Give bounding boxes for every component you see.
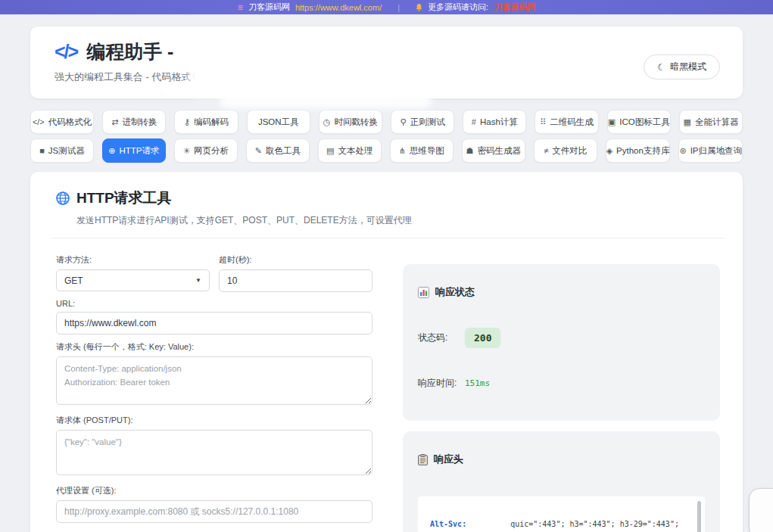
- search-icon: ⚲: [401, 117, 407, 127]
- tool-btn-python-lib[interactable]: ◈Python支持库: [606, 138, 671, 163]
- tool-label: 正则测试: [410, 117, 445, 128]
- response-status-panel: 响应状态 状态码: 200 响应时间: 151ms: [403, 264, 720, 421]
- bell-icon: [416, 4, 422, 11]
- code-format-icon: </>: [33, 117, 45, 126]
- tool-label: 二维码生成: [550, 117, 594, 128]
- tool-label: 取色工具: [266, 145, 301, 157]
- image-icon: ▣: [608, 117, 616, 127]
- http-tool-card: HTTP请求工具 发送HTTP请求进行API测试，支持GET、POST、PUT、…: [30, 172, 743, 532]
- separator: |: [397, 3, 400, 12]
- tool-btn-timestamp[interactable]: ◷时间戳转换: [319, 110, 382, 134]
- announcement-bar: ≡ 刀客源码网 https://www.dkewl.com/ | 更多源码请访问…: [0, 0, 773, 14]
- method-select[interactable]: GET ▼: [56, 269, 210, 291]
- headers-label: 请求头 (每行一个，格式: Key: Value):: [56, 341, 372, 353]
- clipboard-icon: [418, 454, 428, 465]
- dark-mode-label: 暗黑模式: [670, 61, 706, 73]
- timeout-label: 超时(秒):: [219, 254, 372, 266]
- tool-label: 思维导图: [410, 145, 444, 157]
- spider-icon: ✳: [183, 146, 190, 156]
- key-icon: ⚷: [184, 117, 190, 127]
- section-title: HTTP请求工具: [76, 188, 172, 208]
- tool-label: 网页分析: [194, 145, 229, 157]
- response-headers-panel: 响应头 Alt-Svc:quic=":443"; h3=":443"; h3-2…: [403, 431, 720, 532]
- tool-btn-calculator[interactable]: ▦全能计算器: [679, 110, 743, 134]
- more-text: 更多源码请访问:: [428, 2, 488, 13]
- tool-btn-http-request[interactable]: ⊕HTTP请求: [102, 138, 166, 163]
- tool-label: JS测试器: [48, 145, 85, 157]
- tool-label: 时间戳转换: [334, 117, 378, 128]
- qrcode-icon: ⠿: [540, 117, 546, 127]
- scrollbar-thumb[interactable]: [697, 501, 701, 532]
- tool-label: 代码格式化: [48, 117, 92, 128]
- tool-btn-web-analyze[interactable]: ✳网页分析: [174, 138, 238, 163]
- tool-btn-encode-decode[interactable]: ⚷编码解码: [174, 110, 238, 134]
- dark-mode-button[interactable]: ☾ 暗黑模式: [644, 54, 720, 79]
- clock-icon: ◷: [323, 117, 331, 127]
- tool-label: 密码生成器: [477, 145, 521, 157]
- tool-btn-json-tools[interactable]: JSON工具: [247, 110, 310, 134]
- response-area: 响应状态 状态码: 200 响应时间: 151ms: [403, 238, 720, 532]
- status-code-label: 状态码:: [418, 331, 465, 344]
- blur-patch: [189, 61, 390, 97]
- tool-btn-text-process[interactable]: ▤文本处理: [318, 138, 382, 163]
- tool-label: 进制转换: [122, 117, 157, 128]
- response-time-label: 响应时间:: [418, 377, 465, 390]
- tool-label: 文本处理: [338, 145, 372, 157]
- site-url-link[interactable]: https://www.dkewl.com/: [295, 3, 382, 12]
- tool-btn-base-convert[interactable]: ⇄进制转换: [102, 110, 166, 134]
- branch-icon: ⋔: [399, 146, 406, 156]
- tool-label: HTTP请求: [120, 145, 160, 157]
- header-key: Alt-Svc:: [430, 520, 466, 528]
- tool-label: 文件对比: [552, 145, 587, 157]
- globe-icon: ⊕: [108, 146, 115, 156]
- tool-btn-file-diff[interactable]: ≠文件对比: [534, 138, 597, 163]
- header-card: </> 编程助手 - 强大的编程工具集合 - 代码格式化、能 ☾ 暗黑模式: [30, 26, 743, 98]
- tool-btn-mindmap[interactable]: ⋔思维导图: [390, 138, 454, 163]
- tool-btn-ico-tool[interactable]: ▣ICO图标工具: [607, 110, 671, 134]
- request-form: 请求方法: GET ▼ 超时(秒): URL: 请求头 (每行一个，格式: Ke…: [56, 238, 372, 532]
- tool-label: 全能计算器: [695, 117, 739, 128]
- blur-patch: [220, 93, 432, 108]
- url-input[interactable]: [56, 312, 372, 334]
- headers-textarea[interactable]: [56, 356, 372, 405]
- tool-btn-color-picker[interactable]: ✎取色工具: [246, 138, 310, 163]
- document-icon: ▤: [326, 146, 334, 156]
- proxy-input[interactable]: [56, 500, 372, 523]
- chart-icon: [418, 287, 429, 298]
- body-textarea[interactable]: [56, 430, 372, 475]
- menu-icon: ≡: [238, 2, 243, 13]
- tool-btn-password-gen[interactable]: ☗密码生成器: [462, 138, 525, 163]
- tool-btn-ip-lookup[interactable]: ⊛IP归属地查询: [678, 138, 743, 163]
- proxy-label: 代理设置 (可选):: [56, 485, 372, 496]
- tool-label: Python支持库: [616, 145, 669, 157]
- tool-btn-qrcode[interactable]: ⠿二维码生成: [535, 110, 598, 134]
- corner-floating-card[interactable]: [749, 488, 773, 532]
- shield-icon: ☗: [466, 146, 474, 156]
- base-convert-icon: ⇄: [111, 117, 118, 127]
- section-subtitle: 发送HTTP请求进行API测试，支持GET、POST、PUT、DELETE方法，…: [76, 214, 720, 227]
- tool-btn-regex-test[interactable]: ⚲正则测试: [391, 110, 454, 134]
- globe-icon: [56, 191, 70, 205]
- url-label: URL:: [56, 299, 372, 308]
- chevron-down-icon: ▼: [195, 277, 201, 284]
- timeout-input[interactable]: [219, 269, 372, 292]
- tool-nav-grid: </>代码格式化 ⇄进制转换 ⚷编码解码 JSON工具 ◷时间戳转换 ⚲正则测试…: [30, 110, 743, 163]
- method-value: GET: [64, 275, 83, 286]
- response-time-value: 151ms: [465, 378, 490, 388]
- site-name: 刀客源码网: [248, 2, 290, 13]
- response-headers-code[interactable]: Alt-Svc:quic=":443"; h3=":443"; h3-29=":…: [418, 496, 705, 532]
- code-icon: </>: [55, 41, 77, 63]
- page-title: 编程助手 -: [86, 39, 173, 64]
- pen-icon: ✎: [255, 146, 262, 156]
- tool-label: 编码解码: [194, 117, 229, 128]
- response-status-title: 响应状态: [435, 285, 475, 299]
- not-equal-icon: ≠: [544, 146, 548, 155]
- tool-btn-js-tester[interactable]: ■JS测试器: [30, 138, 94, 163]
- tool-label: IP归属地查询: [690, 145, 742, 157]
- hash-icon: #: [472, 117, 476, 126]
- tool-btn-code-format[interactable]: </>代码格式化: [30, 110, 94, 134]
- tool-btn-hash-calc[interactable]: #Hash计算: [463, 110, 526, 134]
- ip-globe-icon: ⊛: [679, 146, 686, 156]
- more-site-link[interactable]: 刀客源码网: [494, 2, 535, 13]
- tool-label: Hash计算: [480, 117, 518, 128]
